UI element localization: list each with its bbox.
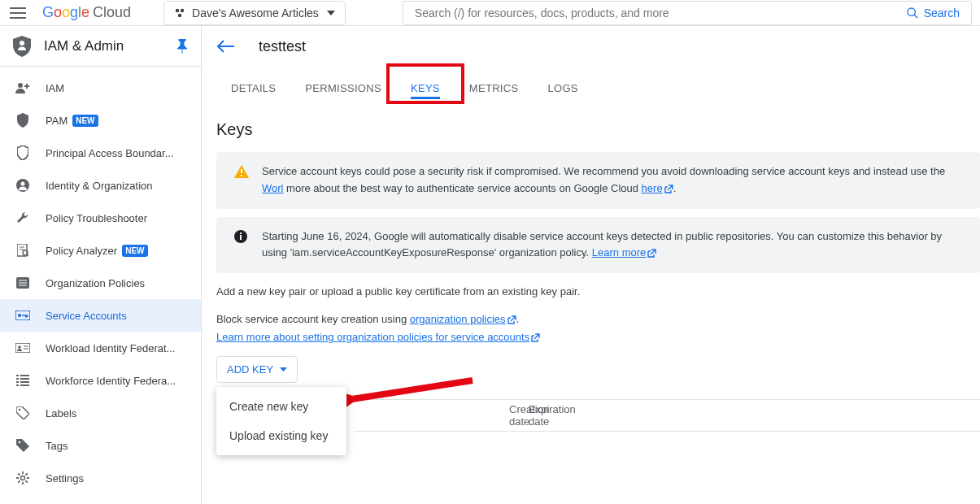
sidebar-item-label: Workload Identity Federat... <box>46 342 175 354</box>
info-icon <box>234 230 247 243</box>
sidebar-item-label: IAM <box>46 82 64 94</box>
svg-point-12 <box>21 182 25 186</box>
org-policies-link[interactable]: organization policies <box>410 313 516 325</box>
list-dense-icon <box>13 375 33 386</box>
sidebar-item-policy-troubleshooter[interactable]: Policy Troubleshooter <box>0 202 201 234</box>
page-title: testtest <box>259 38 306 55</box>
info-alert: Starting June 16, 2024, Google will auto… <box>216 217 980 274</box>
sidebar-item-label: Labels <box>46 407 76 419</box>
sidebar-item-identity-organization[interactable]: Identity & Organization <box>0 169 201 202</box>
tab-metrics[interactable]: METRICS <box>455 82 534 106</box>
add-key-button[interactable]: ADD KEY <box>216 356 298 383</box>
sidebar-item-labels[interactable]: Labels <box>0 397 201 429</box>
sidebar-item-workload-identity-federat[interactable]: Workload Identity Federat... <box>0 332 201 364</box>
search-input[interactable] <box>415 7 883 20</box>
gear-icon <box>13 471 33 484</box>
project-selector[interactable]: Dave's Awesome Articles <box>163 1 346 25</box>
caret-down-icon <box>280 367 287 371</box>
svg-point-39 <box>19 409 21 411</box>
sidebar-item-workforce-identity-federa[interactable]: Workforce Identity Federa... <box>0 364 201 397</box>
sidebar-item-label: Organization Policies <box>46 277 145 289</box>
svg-line-48 <box>346 380 473 400</box>
external-link-icon <box>664 185 673 193</box>
caret-down-icon <box>327 11 335 15</box>
id-card-icon <box>13 343 33 353</box>
sidebar-item-label: Settings <box>46 472 84 484</box>
sidebar-item-service-accounts[interactable]: Service Accounts <box>0 299 201 332</box>
add-key-label: ADD KEY <box>227 363 273 376</box>
warning-alert: Service account keys could pose a securi… <box>216 152 980 209</box>
alert-text: Service account keys could pose a securi… <box>262 165 945 177</box>
sidebar-item-policy-analyzer[interactable]: Policy AnalyzerNEW <box>0 234 201 267</box>
table-header-creation: Creation date <box>355 403 519 428</box>
sidebar-item-label: Service Accounts <box>46 310 127 322</box>
tab-keys[interactable]: KEYS <box>396 82 455 106</box>
tab-logs[interactable]: LOGS <box>533 82 592 106</box>
svg-point-3 <box>176 8 179 11</box>
page-tabs: DETAILSPERMISSIONSKEYSMETRICSLOGS <box>202 67 980 106</box>
sidebar-item-settings[interactable]: Settings <box>0 462 201 494</box>
add-key-dropdown: Create new key Upload existing key <box>216 387 346 455</box>
svg-rect-46 <box>240 232 242 234</box>
key-pair-description: Add a new key pair or upload a public ke… <box>216 283 980 301</box>
account-icon <box>13 179 33 192</box>
sidebar-header: IAM & Admin <box>0 26 201 67</box>
new-badge: NEW <box>122 245 147 257</box>
sidebar-item-label: Policy Analyzer <box>46 245 117 257</box>
svg-point-4 <box>181 8 184 11</box>
sidebar-item-tags[interactable]: Tags <box>0 429 201 462</box>
sidebar-item-principal-access-boundar[interactable]: Principal Access Boundar... <box>0 137 201 169</box>
warning-icon <box>234 165 249 178</box>
svg-point-28 <box>18 345 21 349</box>
main-menu-button[interactable] <box>8 3 28 23</box>
svg-rect-44 <box>241 175 242 176</box>
keys-section-title: Keys <box>216 120 980 139</box>
external-link-icon <box>531 333 540 342</box>
sidebar-item-label: Tags <box>46 440 68 452</box>
external-link-icon <box>507 315 516 324</box>
pin-icon[interactable] <box>176 39 188 54</box>
back-arrow-button[interactable] <box>216 40 234 53</box>
svg-point-8 <box>18 83 23 88</box>
upload-existing-key-option[interactable]: Upload existing key <box>216 421 346 450</box>
svg-rect-27 <box>15 343 30 353</box>
page-header: testtest <box>202 26 980 67</box>
external-link-icon <box>647 249 656 258</box>
table-header-expiration: Expiration date <box>519 403 608 428</box>
shield-outline-icon <box>13 146 33 160</box>
learn-more-link[interactable]: Learn more <box>592 246 656 259</box>
shield-icon <box>13 113 33 128</box>
sidebar-item-label: Workforce Identity Federa... <box>46 375 176 387</box>
search-bar[interactable] <box>403 1 895 25</box>
sidebar-item-pam[interactable]: PAMNEW <box>0 104 201 137</box>
search-button[interactable]: Search <box>895 1 972 25</box>
workload-link[interactable]: Worl <box>262 182 283 194</box>
svg-point-23 <box>18 314 21 317</box>
sidebar: IAM & Admin IAMPAMNEWPrincipal Access Bo… <box>0 26 202 504</box>
tag-filled-icon <box>13 439 33 452</box>
create-new-key-option[interactable]: Create new key <box>216 392 346 421</box>
list-icon <box>13 277 33 289</box>
svg-line-7 <box>914 15 917 18</box>
svg-point-5 <box>178 13 181 16</box>
svg-point-40 <box>19 441 21 444</box>
sidebar-title: IAM & Admin <box>44 38 176 54</box>
search-button-label: Search <box>924 7 960 20</box>
sidebar-item-iam[interactable]: IAM <box>0 72 201 104</box>
wrench-icon <box>13 211 33 224</box>
google-cloud-logo[interactable]: GoogleCloud <box>42 4 131 21</box>
here-link[interactable]: here <box>642 182 673 194</box>
block-text: Block service account key creation using <box>216 313 410 325</box>
tab-details[interactable]: DETAILS <box>216 82 290 106</box>
svg-point-41 <box>21 476 25 480</box>
sidebar-item-label: PAM <box>46 115 68 127</box>
sidebar-item-organization-policies[interactable]: Organization Policies <box>0 267 201 299</box>
svg-point-6 <box>908 8 915 15</box>
cloud-text: Cloud <box>93 4 131 21</box>
tab-permissions[interactable]: PERMISSIONS <box>290 82 396 106</box>
svg-rect-47 <box>240 235 242 240</box>
learn-more-org-policies-link[interactable]: Learn more about setting organization po… <box>216 331 540 343</box>
sidebar-item-label: Principal Access Boundar... <box>46 147 174 159</box>
project-icon <box>174 7 185 19</box>
new-badge: NEW <box>72 115 98 127</box>
